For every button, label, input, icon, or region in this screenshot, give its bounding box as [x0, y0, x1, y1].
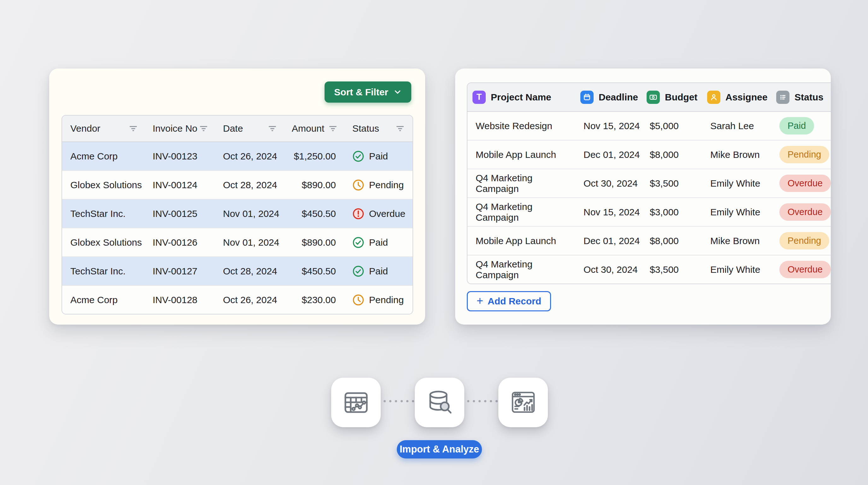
- table-row[interactable]: Globex Solutions INV-00124 Oct 28, 2024 …: [62, 171, 412, 200]
- paid-status-icon: [352, 265, 364, 277]
- sort-filter-button[interactable]: Sort & Filter: [324, 82, 411, 103]
- table-row[interactable]: Q4 Marketing Campaign Oct 30, 2024 $3,50…: [467, 169, 831, 198]
- person-icon: [707, 91, 720, 104]
- invoice-card: Sort & Filter Vendor Invoice No Date Am: [49, 68, 425, 324]
- column-header-assignee[interactable]: Assignee: [702, 91, 771, 104]
- filter-icon[interactable]: [129, 124, 137, 133]
- deadline-cell: Nov 15, 2024: [575, 207, 642, 218]
- budget-cell: $3,000: [642, 207, 702, 218]
- column-label: Date: [223, 123, 243, 134]
- column-label: Assignee: [725, 92, 767, 103]
- status-cell: Paid: [344, 236, 411, 249]
- invoice-no-cell: INV-00124: [145, 180, 215, 191]
- table-row[interactable]: Q4 Marketing Campaign Nov 15, 2024 $3,00…: [467, 198, 831, 227]
- import-analyze-button[interactable]: Import & Analyze: [397, 440, 482, 458]
- table-row[interactable]: Acme Corp INV-00123 Oct 26, 2024 $1,250.…: [62, 142, 412, 171]
- column-header-status[interactable]: Status: [344, 123, 411, 134]
- vendor-cell: TechStar Inc.: [62, 266, 145, 277]
- pipeline-step-database[interactable]: [415, 378, 464, 427]
- project-name-cell: Q4 Marketing Campaign: [467, 173, 575, 194]
- filter-icon[interactable]: [199, 124, 208, 133]
- invoice-table-header: Vendor Invoice No Date Amount Status: [62, 116, 412, 142]
- table-row[interactable]: TechStar Inc. INV-00125 Nov 01, 2024 $45…: [62, 200, 412, 228]
- filter-icon[interactable]: [396, 124, 404, 133]
- table-row[interactable]: Website Redesign Nov 15, 2024 $5,000 Sar…: [467, 112, 831, 141]
- column-label: Status: [352, 123, 379, 134]
- column-header-deadline[interactable]: Deadline: [575, 91, 642, 104]
- filter-icon[interactable]: [329, 124, 337, 133]
- status-cell: Paid: [344, 150, 411, 162]
- vendor-cell: TechStar Inc.: [62, 208, 145, 219]
- status-cell: Overdue: [771, 203, 831, 220]
- assignee-cell: Mike Brown: [702, 235, 771, 246]
- filter-icon[interactable]: [268, 124, 277, 133]
- status-label: Overdue: [369, 208, 405, 219]
- sort-filter-label: Sort & Filter: [334, 87, 388, 97]
- deadline-cell: Oct 30, 2024: [575, 178, 642, 189]
- project-name-cell: Q4 Marketing Campaign: [467, 201, 575, 223]
- column-header-date[interactable]: Date: [215, 123, 284, 134]
- list-icon: [776, 91, 789, 104]
- column-header-amount[interactable]: Amount: [284, 123, 344, 134]
- calendar-icon: [580, 91, 594, 104]
- project-name-cell: Q4 Marketing Campaign: [467, 259, 575, 280]
- status-cell: Overdue: [344, 208, 411, 220]
- project-card: T Project Name Deadline Budget: [455, 68, 831, 324]
- column-header-project-name[interactable]: T Project Name: [467, 91, 575, 104]
- column-label: Amount: [292, 123, 324, 134]
- status-badge: Paid: [779, 117, 814, 134]
- column-header-status[interactable]: Status: [771, 91, 831, 104]
- amount-cell: $890.00: [284, 237, 344, 248]
- dashboard-report-icon: [508, 388, 538, 418]
- chevron-down-icon: [393, 88, 402, 96]
- vendor-cell: Globex Solutions: [62, 237, 145, 248]
- status-cell: Pending: [771, 146, 831, 163]
- pipeline-step-spreadsheet[interactable]: [331, 378, 381, 427]
- import-analyze-label: Import & Analyze: [400, 444, 479, 455]
- status-cell: Pending: [344, 179, 411, 191]
- vendor-cell: Acme Corp: [62, 151, 145, 162]
- column-header-vendor[interactable]: Vendor: [62, 123, 145, 134]
- invoice-no-cell: INV-00126: [145, 237, 215, 248]
- pending-status-icon: [352, 294, 364, 306]
- table-row[interactable]: Mobile App Launch Dec 01, 2024 $8,000 Mi…: [467, 141, 831, 169]
- assignee-cell: Emily White: [702, 207, 771, 218]
- table-row[interactable]: Globex Solutions INV-00126 Nov 01, 2024 …: [62, 228, 412, 257]
- date-cell: Oct 28, 2024: [215, 266, 284, 277]
- paid-status-icon: [352, 150, 364, 162]
- assignee-cell: Emily White: [702, 264, 771, 275]
- desktop-background: Sort & Filter Vendor Invoice No Date Am: [0, 0, 868, 485]
- pipeline-connector: [383, 400, 412, 402]
- pending-status-icon: [352, 179, 364, 191]
- column-header-invoice-no[interactable]: Invoice No: [145, 123, 215, 134]
- paid-status-icon: [352, 236, 364, 249]
- add-record-label: Add Record: [488, 296, 541, 307]
- amount-cell: $890.00: [284, 180, 344, 191]
- assignee-cell: Emily White: [702, 178, 771, 189]
- status-label: Paid: [369, 266, 388, 277]
- column-header-budget[interactable]: Budget: [642, 91, 702, 104]
- database-search-icon: [425, 388, 455, 418]
- status-label: Pending: [369, 180, 404, 191]
- pipeline-step-dashboard[interactable]: [498, 378, 548, 427]
- date-cell: Oct 28, 2024: [215, 180, 284, 191]
- vendor-cell: Acme Corp: [62, 294, 145, 305]
- table-row[interactable]: TechStar Inc. INV-00127 Oct 28, 2024 $45…: [62, 257, 412, 286]
- amount-cell: $230.00: [284, 294, 344, 305]
- project-table-header: T Project Name Deadline Budget: [467, 83, 831, 112]
- invoice-table: Vendor Invoice No Date Amount Status: [62, 115, 413, 314]
- status-badge: Overdue: [779, 261, 831, 278]
- date-cell: Oct 26, 2024: [215, 294, 284, 305]
- column-label: Project Name: [491, 92, 551, 103]
- table-row[interactable]: Q4 Marketing Campaign Oct 30, 2024 $3,50…: [467, 255, 831, 284]
- status-badge: Pending: [779, 146, 829, 163]
- column-label: Deadline: [599, 92, 638, 103]
- overdue-status-icon: [352, 208, 364, 220]
- budget-cell: $5,000: [642, 121, 702, 131]
- status-badge: Overdue: [779, 203, 831, 220]
- deadline-cell: Dec 01, 2024: [575, 235, 642, 246]
- add-record-button[interactable]: + Add Record: [467, 291, 551, 311]
- table-row[interactable]: Acme Corp INV-00128 Oct 26, 2024 $230.00…: [62, 286, 412, 314]
- project-name-cell: Mobile App Launch: [467, 149, 575, 160]
- table-row[interactable]: Mobile App Launch Dec 01, 2024 $8,000 Mi…: [467, 227, 831, 255]
